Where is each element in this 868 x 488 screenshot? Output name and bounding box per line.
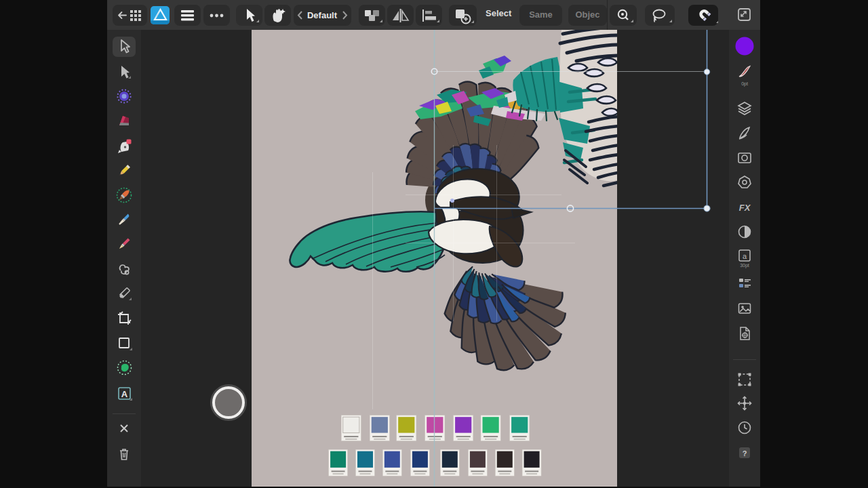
svg-text:Default: Default [307,10,338,20]
svg-text:A: A [121,389,128,399]
svg-text:FX: FX [739,203,751,213]
svg-text:a: a [743,252,747,260]
svg-text:?: ? [743,449,747,458]
